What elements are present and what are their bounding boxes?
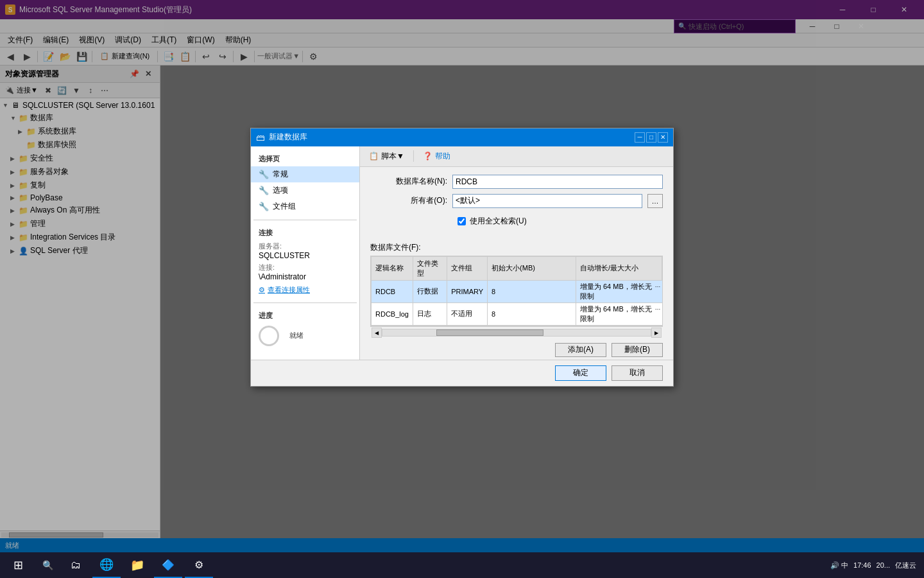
folder-icon: 📁 bbox=[130, 558, 144, 572]
dialog-right-panel: 📋 脚本▼ ❓ 帮助 数据库名称(N): bbox=[360, 146, 673, 360]
taskbar-edge[interactable]: 🌐 bbox=[92, 552, 121, 578]
connection-title: 连接 bbox=[251, 225, 359, 240]
files-table: 逻辑名称 文件类型 文件组 初始大小(MB) 自动增长/最大大小 RDCB bbox=[371, 256, 662, 326]
clock-date: 20... bbox=[877, 561, 890, 569]
script-icon: 📋 bbox=[369, 152, 379, 161]
help-label: 帮助 bbox=[435, 151, 450, 162]
autogrowth-edit-2[interactable]: … bbox=[655, 304, 661, 311]
link-icon: ⚙ bbox=[259, 286, 265, 294]
fulltext-checkbox[interactable] bbox=[458, 217, 466, 225]
delete-file-btn[interactable]: 删除(B) bbox=[612, 343, 663, 357]
task-view-icon: 🗂 bbox=[71, 559, 81, 571]
scroll-track[interactable] bbox=[382, 329, 651, 337]
taskbar-right: 🔊 中 17:46 20... 亿速云 bbox=[830, 561, 921, 570]
dbname-input[interactable] bbox=[452, 175, 663, 189]
progress-row: 就绪 bbox=[251, 323, 359, 349]
table-actions: 添加(A) 删除(B) bbox=[370, 339, 663, 360]
autogrowth-edit-1[interactable]: … bbox=[655, 282, 661, 288]
page-filegroups[interactable]: 🔧 文件组 bbox=[251, 198, 359, 215]
new-database-dialog: 🗃 新建数据库 ─ □ ✕ 选择页 🔧 常规 🔧 选项 bbox=[250, 128, 674, 387]
dialog-icon: 🗃 bbox=[256, 132, 265, 143]
script-label: 脚本▼ bbox=[381, 151, 404, 162]
cell-type-1: 行数据 bbox=[413, 280, 447, 302]
size-input-1[interactable] bbox=[492, 288, 572, 295]
dialog-minimize-btn[interactable]: ─ bbox=[635, 132, 645, 143]
add-file-btn[interactable]: 添加(A) bbox=[555, 343, 606, 357]
table-row[interactable]: RDCB_log 日志 不适用 8 增量为 64 MB，增长无限制 … bbox=[372, 302, 662, 325]
page-general-label: 常规 bbox=[273, 169, 288, 180]
pages-title: 选择页 bbox=[251, 152, 359, 166]
start-button[interactable]: ⊞ bbox=[3, 552, 33, 578]
item2-icon: ⚙ bbox=[194, 559, 203, 571]
col-size: 初始大小(MB) bbox=[488, 256, 576, 280]
page-options[interactable]: 🔧 选项 bbox=[251, 182, 359, 198]
divider-2 bbox=[253, 302, 357, 303]
cell-type-2: 日志 bbox=[413, 302, 447, 325]
script-button[interactable]: 📋 脚本▼ bbox=[365, 149, 408, 164]
cancel-button[interactable]: 取消 bbox=[612, 365, 663, 381]
dialog-restore-btn[interactable]: □ bbox=[646, 132, 656, 143]
col-autogrowth: 自动增长/最大大小 bbox=[576, 256, 662, 280]
dbname-label: 数据库名称(N): bbox=[370, 176, 447, 187]
cell-logical-1: RDCB bbox=[372, 280, 413, 302]
progress-title: 进度 bbox=[251, 308, 359, 323]
dialog-close-btn[interactable]: ✕ bbox=[658, 132, 668, 143]
user-value: \Administrator bbox=[259, 272, 352, 281]
cell-size-1[interactable] bbox=[488, 280, 576, 302]
help-icon: ❓ bbox=[423, 152, 432, 161]
dialog-footer: 确定 取消 bbox=[251, 360, 673, 386]
page-filegroups-label: 文件组 bbox=[273, 201, 296, 212]
cell-filegroup-2: 不适用 bbox=[447, 302, 488, 325]
taskbar-task-view[interactable]: 🗂 bbox=[62, 552, 90, 578]
divider-1 bbox=[253, 220, 357, 220]
scroll-left-btn[interactable]: ◀ bbox=[372, 328, 382, 338]
system-tray: 🔊 中 bbox=[830, 561, 848, 570]
files-section: 数据库文件(F): 逻辑名称 文件类型 文件组 初始大小(MB) 自动增长/最大… bbox=[360, 237, 673, 360]
col-filegroup: 文件组 bbox=[447, 256, 488, 280]
taskbar-explorer[interactable]: 📁 bbox=[123, 552, 151, 578]
dialog-left-panel: 选择页 🔧 常规 🔧 选项 🔧 文件组 连接 服务器 bbox=[251, 146, 360, 360]
scroll-thumb[interactable] bbox=[436, 329, 543, 336]
link-text: 查看连接属性 bbox=[268, 285, 310, 295]
progress-status: 就绪 bbox=[289, 331, 304, 340]
options-icon: 🔧 bbox=[259, 186, 269, 195]
view-connection-props[interactable]: ⚙ 查看连接属性 bbox=[251, 283, 359, 297]
col-logical: 逻辑名称 bbox=[372, 256, 413, 280]
user-label-text: 连接: bbox=[259, 263, 352, 272]
brand-logo: 亿速云 bbox=[895, 561, 916, 570]
dialog-title: 新建数据库 bbox=[269, 132, 307, 143]
separator bbox=[413, 150, 414, 162]
horizontal-scrollbar[interactable]: ◀ ▶ bbox=[370, 326, 663, 339]
clock-time: 17:46 bbox=[853, 561, 871, 569]
files-table-wrapper: 逻辑名称 文件类型 文件组 初始大小(MB) 自动增长/最大大小 RDCB bbox=[370, 256, 663, 326]
form-area: 数据库名称(N): 所有者(O): … 使用全文检索(U) bbox=[360, 167, 673, 237]
script-bar: 📋 脚本▼ ❓ 帮助 bbox=[360, 146, 673, 167]
taskbar: ⊞ 🔍 🗂 🌐 📁 🔷 ⚙ 🔊 中 17:46 20... 亿速云 bbox=[0, 552, 924, 578]
owner-browse-btn[interactable]: … bbox=[647, 194, 663, 208]
ok-button[interactable]: 确定 bbox=[555, 365, 606, 381]
taskbar-item-2[interactable]: ⚙ bbox=[185, 552, 213, 578]
server-label-text: 服务器: bbox=[259, 241, 352, 251]
page-general[interactable]: 🔧 常规 bbox=[251, 166, 359, 182]
scroll-right-btn[interactable]: ▶ bbox=[651, 328, 662, 338]
table-row[interactable]: RDCB 行数据 PRIMARY 增量为 64 MB，增长无限制 … bbox=[372, 280, 662, 302]
filegroups-icon: 🔧 bbox=[259, 202, 269, 211]
wrench-icon: 🔧 bbox=[259, 170, 269, 179]
cell-logical-2: RDCB_log bbox=[372, 302, 413, 325]
fulltext-row: 使用全文检索(U) bbox=[370, 213, 663, 229]
dbname-row: 数据库名称(N): bbox=[370, 175, 663, 189]
cell-autogrowth-1: 增量为 64 MB，增长无限制 … bbox=[576, 280, 662, 302]
cell-size-2[interactable]: 8 bbox=[488, 302, 576, 325]
progress-circle bbox=[259, 326, 279, 346]
owner-input[interactable] bbox=[452, 194, 642, 208]
owner-row: 所有者(O): … bbox=[370, 194, 663, 208]
files-label: 数据库文件(F): bbox=[370, 240, 663, 256]
cell-autogrowth-2: 增量为 64 MB，增长无限制 … bbox=[576, 302, 662, 325]
taskbar-ssms[interactable]: 🔷 bbox=[154, 552, 182, 578]
dialog-titlebar: 🗃 新建数据库 ─ □ ✕ bbox=[251, 128, 673, 146]
ssms-icon: 🔷 bbox=[162, 559, 175, 571]
help-button[interactable]: ❓ 帮助 bbox=[419, 149, 454, 164]
modal-overlay: 🗃 新建数据库 ─ □ ✕ 选择页 🔧 常规 🔧 选项 bbox=[0, 0, 924, 552]
taskbar-search-btn[interactable]: 🔍 bbox=[36, 552, 59, 578]
col-type: 文件类型 bbox=[413, 256, 447, 280]
